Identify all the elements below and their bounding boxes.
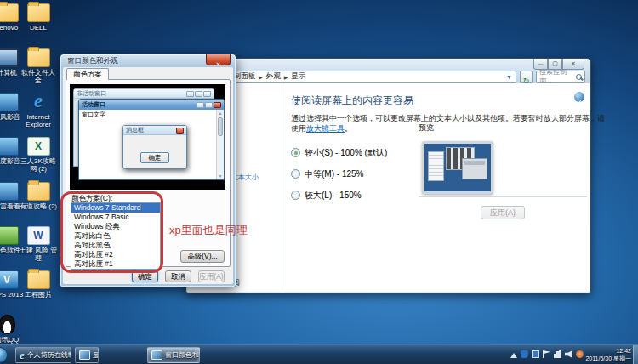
desktop-icon-label: 软件文件大全	[19, 69, 58, 84]
preview-window	[462, 158, 487, 179]
taskbar-button-label: 显示	[93, 350, 99, 360]
desktop-icon[interactable]: 土建 风险 管理	[19, 226, 58, 262]
close-icon[interactable]	[206, 54, 231, 65]
taskbar-button-ie[interactable]: e 个人简历在线制作	[15, 347, 71, 363]
folder-icon	[0, 3, 19, 22]
preview-caption-buttons	[186, 91, 211, 97]
breadcrumb-separator-icon: ▶	[259, 74, 263, 80]
chevron-down-icon[interactable]: ▼	[506, 74, 512, 80]
messenger-icon[interactable]	[521, 350, 528, 358]
qq-penguin-icon	[0, 315, 15, 334]
ime-icon[interactable]	[532, 350, 539, 358]
taskbar-button-display[interactable]: 显示	[75, 347, 99, 363]
appearance-preview: 非活动窗口 活动窗口 窗口文字 ▲▼ 消息框	[70, 84, 225, 190]
desktop-icon-label: 土建 风险 管理	[19, 247, 58, 262]
apply-button[interactable]: 应用(A)	[481, 206, 525, 219]
desktop-icon[interactable]: 工程图片	[19, 270, 58, 299]
radio-icon	[291, 148, 300, 157]
search-input[interactable]: 搜索控制面...	[536, 71, 585, 83]
clock-time: 12:42	[585, 348, 631, 355]
wps-icon	[0, 270, 19, 289]
app-icon	[0, 93, 19, 111]
apply-row: 应用(A)	[419, 196, 587, 219]
radio-icon	[291, 191, 300, 200]
preview-label: 预览	[419, 122, 587, 134]
maximize-icon	[205, 102, 213, 108]
show-desktop-button[interactable]	[633, 345, 638, 364]
main-pane: 使阅读屏幕上的内容更容易 通过选择其中一个选项，可以更改屏幕上的文本大小以及其他…	[282, 83, 590, 292]
breadcrumb-item[interactable]: 外观	[266, 71, 281, 82]
preview-window-text: 窗口文字	[82, 111, 105, 119]
minimize-icon	[197, 102, 204, 108]
search-icon	[576, 74, 582, 80]
clock-date: 2011/5/30 星期一	[585, 355, 631, 363]
action-center-flag-icon[interactable]	[543, 350, 550, 358]
internet-explorer-icon	[27, 93, 50, 111]
advanced-button[interactable]: 高级(V)...	[180, 250, 225, 263]
desktop-icon-label: DELL	[19, 24, 58, 31]
preview-inactive-title: 非活动窗口	[77, 89, 106, 98]
dialog-title: 窗口颜色和外观	[67, 56, 118, 66]
desktop-icon[interactable]: DELL	[19, 3, 58, 31]
preview-scrollbar: ▲▼	[216, 110, 224, 179]
preview-caption-buttons	[197, 102, 221, 108]
preview-document	[428, 151, 444, 181]
security-icon[interactable]	[576, 350, 584, 358]
desktop-icon-label: 腾讯QQ	[0, 336, 26, 344]
excel-file-icon	[27, 137, 50, 156]
minimize-button[interactable]	[533, 59, 548, 70]
magnifier-link[interactable]: 放大镜工具	[306, 124, 345, 133]
app-icon	[0, 182, 19, 201]
start-button[interactable]	[0, 347, 8, 363]
desktop-icon[interactable]: 腾讯QQ	[0, 315, 26, 344]
desktop-icon[interactable]: Internet Explorer	[19, 93, 58, 128]
desktop-icon-label: 三人3K攻略网 (2)	[19, 157, 58, 173]
address-bar[interactable]: 控制面板 ▶ 外观 ▶ 显示 ▼	[222, 71, 516, 83]
annotation-text: xp里面也是同理	[169, 223, 248, 238]
app-icon	[0, 137, 19, 156]
panel-content: 设置自定义文本大小(DPI) 另请参阅 使阅读屏幕上的内容更容易 通过选择其中一…	[187, 83, 590, 292]
clock[interactable]: 12:42 2011/5/30 星期一	[585, 348, 631, 362]
maximize-button[interactable]	[548, 59, 562, 70]
desktop-icon[interactable]: 三人3K攻略网 (2)	[19, 137, 58, 173]
window-caption-buttons	[533, 59, 584, 70]
radio-icon	[291, 169, 300, 179]
monitor-icon	[151, 350, 162, 360]
monitor-icon	[79, 350, 90, 360]
close-icon	[176, 128, 184, 134]
description-text: 。	[345, 124, 352, 133]
network-icon[interactable]	[554, 350, 561, 358]
internet-explorer-icon: e	[20, 349, 25, 362]
volume-icon[interactable]	[565, 350, 572, 358]
display-settings-window: 控制面板 ▶ 外观 ▶ 显示 ▼ 搜索控制面... 设置自定义文本大小(DPI)…	[185, 58, 591, 293]
hidden-icons-icon[interactable]	[510, 353, 517, 358]
scrollbar-thumb	[218, 117, 223, 136]
preview-message-box: 消息框 确定	[122, 125, 187, 169]
preview-active-title: 活动窗口	[82, 100, 105, 109]
desktop-icon[interactable]: 软件文件大全	[19, 48, 58, 84]
preview-msgbox-title: 消息框	[126, 126, 144, 134]
radio-label: 较小(S) - 100% (默认)	[305, 147, 387, 159]
desktop-icon[interactable]: 有道攻略 (2)	[19, 182, 58, 210]
taskbar-button-appearance-dialog[interactable]: 窗口颜色和外观	[147, 347, 200, 363]
cancel-button[interactable]: 取消	[165, 270, 191, 282]
computer-icon	[0, 48, 19, 67]
page-title: 使阅读屏幕上的内容更容易	[291, 94, 581, 108]
tab-color-scheme[interactable]: 颜色方案	[66, 68, 109, 80]
help-icon[interactable]	[574, 92, 584, 102]
refresh-icon[interactable]	[520, 71, 533, 83]
minimize-icon	[186, 91, 194, 97]
annotation-highlight-box	[60, 191, 163, 273]
system-tray	[510, 350, 584, 358]
preview-monitor-image	[422, 141, 493, 194]
close-button[interactable]	[562, 59, 584, 70]
breadcrumb-separator-icon: ▶	[284, 74, 288, 80]
desktop-icon-label: Internet Explorer	[19, 113, 58, 128]
desktop: Lenovo 计算机 暴风影音 百度影音 迅雷看看 绿色软件 WPS 2013 …	[0, 0, 638, 364]
taskbar-button-label: 窗口颜色和外观	[165, 350, 200, 360]
desktop-icon-label: 工程图片	[19, 291, 58, 299]
apply-button[interactable]: 应用(A)	[198, 270, 225, 282]
close-icon	[203, 91, 211, 97]
taskbar: e 个人简历在线制作 显示 窗口颜色和外观 12:42 2011/5/30 星期…	[0, 344, 638, 364]
breadcrumb-item[interactable]: 显示	[291, 71, 305, 82]
